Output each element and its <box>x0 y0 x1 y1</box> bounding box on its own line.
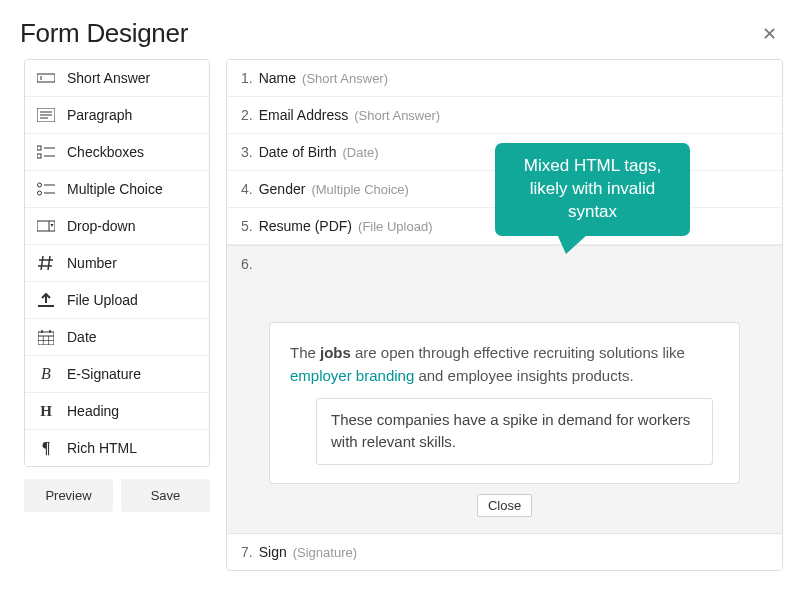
dropdown-icon <box>37 218 55 234</box>
field-number: 1. <box>241 70 253 86</box>
sidebar-item-label: Short Answer <box>67 70 150 86</box>
form-field-row-active[interactable]: 6. The jobs are open through effective r… <box>227 245 782 534</box>
field-type: (Multiple Choice) <box>311 182 409 197</box>
field-type: (Signature) <box>293 545 357 560</box>
sidebar-item-rich-html[interactable]: ¶ Rich HTML <box>25 430 209 466</box>
multiple-choice-icon <box>37 181 55 197</box>
editor-text: The <box>290 344 320 361</box>
page-title: Form Designer <box>20 18 188 49</box>
paragraph-icon <box>37 107 55 123</box>
form-canvas: 1. Name (Short Answer) 2. Email Address … <box>226 59 783 571</box>
sidebar-item-checkboxes[interactable]: Checkboxes <box>25 134 209 171</box>
signature-icon: B <box>37 366 55 382</box>
form-field-row[interactable]: 1. Name (Short Answer) <box>227 60 782 97</box>
close-button[interactable]: Close <box>477 494 532 517</box>
warning-tooltip: Mixed HTML tags, likely with invalid syn… <box>495 143 690 236</box>
editor-link[interactable]: employer branding <box>290 367 414 384</box>
svg-rect-0 <box>37 74 55 82</box>
heading-icon: H <box>37 403 55 419</box>
number-icon <box>37 255 55 271</box>
sidebar-item-heading[interactable]: H Heading <box>25 393 209 430</box>
field-number: 3. <box>241 144 253 160</box>
svg-rect-17 <box>38 332 54 345</box>
field-name: Sign <box>259 544 287 560</box>
sidebar-item-label: Date <box>67 329 97 345</box>
rich-html-icon: ¶ <box>37 440 55 456</box>
field-name: Gender <box>259 181 306 197</box>
sidebar-item-label: Multiple Choice <box>67 181 163 197</box>
svg-point-10 <box>38 183 42 187</box>
short-answer-icon <box>37 70 55 86</box>
field-type: (Short Answer) <box>302 71 388 86</box>
field-name: Resume (PDF) <box>259 218 352 234</box>
field-type: (File Upload) <box>358 219 432 234</box>
sidebar-item-dropdown[interactable]: Drop-down <box>25 208 209 245</box>
sidebar-item-short-answer[interactable]: Short Answer <box>25 60 209 97</box>
sidebar-item-number[interactable]: Number <box>25 245 209 282</box>
svg-rect-6 <box>37 146 41 150</box>
field-number: 4. <box>241 181 253 197</box>
sidebar-item-file-upload[interactable]: File Upload <box>25 282 209 319</box>
sidebar-item-label: E-Signature <box>67 366 141 382</box>
sidebar-item-date[interactable]: Date <box>25 319 209 356</box>
sidebar-item-label: Checkboxes <box>67 144 144 160</box>
editor-text: and employee insights products. <box>414 367 633 384</box>
field-number: 2. <box>241 107 253 123</box>
field-name: Name <box>259 70 296 86</box>
checkboxes-icon <box>37 144 55 160</box>
file-upload-icon <box>37 292 55 308</box>
save-button[interactable]: Save <box>121 479 210 512</box>
field-name: Date of Birth <box>259 144 337 160</box>
sidebar-item-label: Rich HTML <box>67 440 137 456</box>
field-number: 5. <box>241 218 253 234</box>
sidebar-item-multiple-choice[interactable]: Multiple Choice <box>25 171 209 208</box>
svg-point-12 <box>38 191 42 195</box>
editor-text: are open through effective recruiting so… <box>351 344 685 361</box>
field-type-sidebar: Short Answer Paragraph Checkboxes Multip… <box>24 59 210 571</box>
sidebar-item-signature[interactable]: B E-Signature <box>25 356 209 393</box>
form-field-row[interactable]: 7. Sign (Signature) <box>227 534 782 570</box>
field-type: (Date) <box>343 145 379 160</box>
field-type: (Short Answer) <box>354 108 440 123</box>
form-field-row[interactable]: 2. Email Address (Short Answer) <box>227 97 782 134</box>
sidebar-item-paragraph[interactable]: Paragraph <box>25 97 209 134</box>
close-icon[interactable]: ✕ <box>756 21 783 47</box>
preview-button[interactable]: Preview <box>24 479 113 512</box>
sidebar-item-label: Drop-down <box>67 218 135 234</box>
date-icon <box>37 329 55 345</box>
svg-rect-8 <box>37 154 41 158</box>
editor-nested-box: These companies have a spike in demand f… <box>316 398 713 465</box>
editor-bold: jobs <box>320 344 351 361</box>
sidebar-item-label: File Upload <box>67 292 138 308</box>
rich-html-editor[interactable]: The jobs are open through effective recr… <box>269 322 740 484</box>
field-number: 7. <box>241 544 253 560</box>
sidebar-item-label: Heading <box>67 403 119 419</box>
sidebar-item-label: Paragraph <box>67 107 132 123</box>
sidebar-item-label: Number <box>67 255 117 271</box>
field-name: Email Address <box>259 107 348 123</box>
field-number: 6. <box>241 256 253 272</box>
